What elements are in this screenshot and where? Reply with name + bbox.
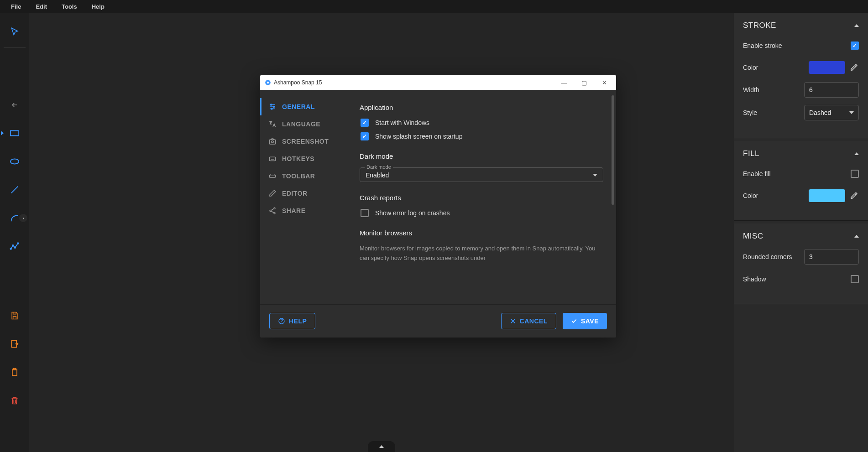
stroke-width-input[interactable]: [804, 82, 859, 98]
tool-select[interactable]: [0, 17, 29, 46]
translate-icon: [268, 120, 277, 128]
svg-point-16: [273, 106, 275, 108]
enable-stroke-checkbox[interactable]: [851, 42, 859, 50]
enable-fill-label: Enable fill: [743, 170, 771, 177]
svg-point-19: [272, 141, 274, 143]
cursor-icon: [10, 26, 20, 36]
nav-general[interactable]: GENERAL: [260, 98, 356, 115]
misc-title: MISC: [743, 232, 763, 241]
application-heading: Application: [360, 104, 603, 111]
stroke-width-label: Width: [743, 86, 759, 94]
nav-share[interactable]: SHARE: [260, 202, 356, 219]
ellipse-icon: [10, 156, 20, 166]
maximize-button[interactable]: ▢: [574, 75, 594, 90]
svg-rect-20: [269, 157, 276, 161]
menu-help[interactable]: Help: [84, 1, 112, 12]
nav-language[interactable]: LANGUAGE: [260, 115, 356, 133]
enable-stroke-label: Enable stroke: [743, 42, 782, 49]
svg-line-2: [11, 187, 18, 193]
tool-polyline[interactable]: [0, 232, 29, 260]
rounded-corners-input[interactable]: [804, 249, 859, 265]
chevron-up-icon: [379, 445, 384, 448]
stroke-color-label: Color: [743, 64, 758, 71]
monitor-desc: Monitor browsers for images copied to me…: [360, 244, 603, 263]
stroke-color-swatch[interactable]: [809, 61, 845, 74]
camera-icon: [268, 137, 277, 145]
stroke-title: STROKE: [743, 21, 776, 30]
tool-curve[interactable]: ›: [0, 204, 29, 232]
tool-save[interactable]: [0, 301, 29, 330]
start-windows-checkbox[interactable]: [361, 119, 369, 127]
export-icon: [10, 339, 20, 349]
fill-section: FILL Enable fill Color: [734, 141, 868, 221]
cancel-button[interactable]: CANCEL: [501, 313, 556, 329]
menu-tools[interactable]: Tools: [54, 1, 84, 12]
close-button[interactable]: ✕: [594, 75, 614, 90]
collapse-icon[interactable]: [854, 235, 859, 238]
sliders-icon: [268, 103, 277, 111]
save-label: SAVE: [581, 317, 599, 325]
shadow-label: Shadow: [743, 275, 766, 283]
polyline-icon: [10, 241, 20, 251]
tool-delete[interactable]: [0, 386, 29, 415]
dialog-footer: HELP CANCEL SAVE: [260, 304, 616, 338]
active-indicator-icon: [1, 131, 4, 135]
fill-color-swatch[interactable]: [809, 189, 845, 202]
share-icon: [268, 207, 277, 215]
nav-label: EDITOR: [282, 190, 308, 197]
minimize-button[interactable]: —: [554, 75, 574, 90]
tool-line[interactable]: [0, 176, 29, 204]
svg-rect-18: [269, 140, 276, 144]
chevron-right-icon[interactable]: ›: [19, 214, 27, 222]
tool-back[interactable]: [0, 91, 29, 119]
dialog-content[interactable]: Application Start with Windows Show spla…: [356, 90, 616, 304]
tool-export[interactable]: [0, 330, 29, 358]
menubar: File Edit Tools Help: [0, 0, 868, 13]
tool-clipboard[interactable]: [0, 358, 29, 386]
fill-color-label: Color: [743, 192, 758, 199]
nav-editor[interactable]: EDITOR: [260, 185, 356, 202]
stroke-style-label: Style: [743, 109, 757, 116]
eyedropper-icon[interactable]: [850, 63, 859, 72]
nav-label: LANGUAGE: [282, 120, 320, 128]
darkmode-value: Enabled: [366, 171, 389, 179]
collapse-icon[interactable]: [854, 152, 859, 155]
right-panel: STROKE Enable stroke Color Width: [734, 13, 868, 452]
bottom-panel-toggle[interactable]: [368, 441, 395, 452]
menu-edit[interactable]: Edit: [28, 1, 54, 12]
splash-checkbox[interactable]: [361, 132, 369, 140]
svg-point-6: [17, 243, 19, 244]
dialog-titlebar[interactable]: Ashampoo Snap 15 — ▢ ✕: [260, 75, 616, 90]
scrollbar[interactable]: [612, 95, 614, 205]
errorlog-label: Show error log on crashes: [375, 209, 450, 217]
nav-label: SCREENSHOT: [282, 138, 329, 145]
darkmode-heading: Dark mode: [360, 152, 603, 160]
errorlog-checkbox[interactable]: [361, 209, 369, 217]
menu-file[interactable]: File: [4, 1, 28, 12]
eyedropper-icon[interactable]: [850, 191, 859, 200]
darkmode-select[interactable]: Dark mode Enabled: [360, 167, 603, 182]
enable-fill-checkbox[interactable]: [851, 170, 859, 178]
tool-rectangle[interactable]: [0, 119, 29, 147]
svg-point-11: [267, 82, 269, 84]
crash-heading: Crash reports: [360, 194, 603, 202]
nav-screenshot[interactable]: SCREENSHOT: [260, 133, 356, 150]
collapse-icon[interactable]: [854, 24, 859, 27]
help-button[interactable]: HELP: [269, 313, 315, 329]
trash-icon: [10, 395, 20, 405]
nav-label: GENERAL: [282, 103, 315, 110]
nav-hotkeys[interactable]: HOTKEYS: [260, 150, 356, 167]
nav-toolbar[interactable]: TOOLBAR: [260, 167, 356, 185]
tool-ellipse[interactable]: [0, 147, 29, 176]
shadow-checkbox[interactable]: [851, 275, 859, 283]
svg-point-23: [270, 210, 271, 212]
save-button[interactable]: SAVE: [563, 313, 607, 329]
rounded-corners-label: Rounded corners: [743, 253, 792, 260]
clipboard-icon: [10, 367, 20, 377]
dialog-title: Ashampoo Snap 15: [274, 79, 322, 86]
stroke-style-select[interactable]: Dashed: [804, 105, 859, 120]
darkmode-float-label: Dark mode: [365, 164, 393, 170]
svg-rect-21: [269, 175, 276, 177]
save-icon: [10, 311, 20, 321]
chevron-down-icon: [849, 111, 854, 114]
